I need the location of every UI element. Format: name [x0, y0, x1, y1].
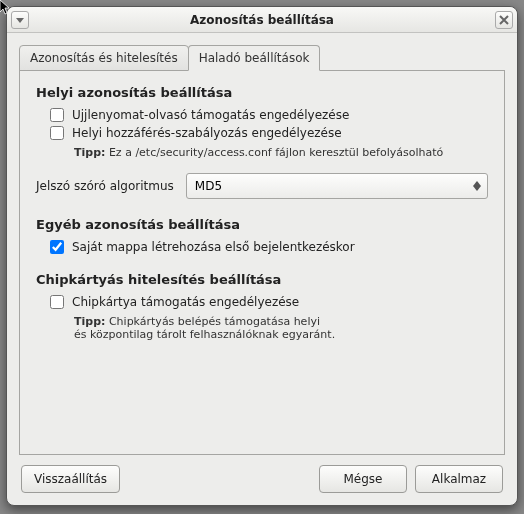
- tip-label: Tipp:: [74, 315, 105, 328]
- tab-auth[interactable]: Azonosítás és hitelesítés: [19, 45, 189, 71]
- close-button[interactable]: [495, 11, 513, 29]
- tip-chip-line1: Chipkártyás belépés támogatása helyi: [109, 315, 320, 328]
- tip-access: Tipp: Ez a /etc/security/access.conf fáj…: [74, 146, 488, 159]
- button-bar: Visszaállítás Mégse Alkalmaz: [19, 455, 505, 497]
- label-mkhome[interactable]: Saját mappa létrehozása első bejelentkez…: [72, 240, 355, 254]
- label-fingerprint[interactable]: Ujjlenyomat-olvasó támogatás engedélyezé…: [72, 108, 349, 122]
- label-access[interactable]: Helyi hozzáférés-szabályozás engedélyezé…: [72, 126, 342, 140]
- section-other: Egyéb azonosítás beállítása Saját mappa …: [36, 217, 488, 254]
- window-title: Azonosítás beállítása: [7, 13, 517, 27]
- checkbox-fingerprint[interactable]: [50, 108, 64, 122]
- checkbox-chip[interactable]: [50, 295, 64, 309]
- select-hash-algorithm[interactable]: MD5: [186, 173, 488, 199]
- section-local: Helyi azonosítás beállítása Ujjlenyomat-…: [36, 85, 488, 199]
- reset-button[interactable]: Visszaállítás: [21, 465, 120, 493]
- label-chip[interactable]: Chipkártya támogatás engedélyezése: [72, 295, 299, 309]
- dialog-content: Azonosítás és hitelesítés Haladó beállít…: [7, 33, 517, 505]
- section-local-title: Helyi azonosítás beállítása: [36, 85, 488, 100]
- checkbox-mkhome[interactable]: [50, 240, 64, 254]
- tip-chip: Tipp: Chipkártyás belépés támogatása hel…: [74, 315, 488, 341]
- titlebar: Azonosítás beállítása: [7, 7, 517, 33]
- tab-advanced[interactable]: Haladó beállítások: [188, 45, 321, 71]
- section-chip-title: Chipkártyás hitelesítés beállítása: [36, 272, 488, 287]
- tab-panel-advanced: Helyi azonosítás beállítása Ujjlenyomat-…: [19, 70, 505, 455]
- label-hash-algorithm: Jelszó szóró algoritmus: [36, 179, 174, 193]
- checkbox-access[interactable]: [50, 126, 64, 140]
- apply-button[interactable]: Alkalmaz: [415, 465, 503, 493]
- cancel-button[interactable]: Mégse: [319, 465, 407, 493]
- section-chip: Chipkártyás hitelesítés beállítása Chipk…: [36, 272, 488, 341]
- tip-text: Ez a /etc/security/access.conf fájlon ke…: [109, 146, 443, 159]
- mouse-cursor: [0, 0, 16, 16]
- combo-hash-algorithm[interactable]: MD5: [186, 173, 488, 199]
- section-other-title: Egyéb azonosítás beállítása: [36, 217, 488, 232]
- dialog-window: Azonosítás beállítása Azonosítás és hite…: [6, 6, 518, 506]
- tip-chip-line2: és központilag tárolt felhasználóknak eg…: [74, 328, 335, 341]
- tab-bar: Azonosítás és hitelesítés Haladó beállít…: [19, 45, 505, 71]
- tip-label: Tipp:: [74, 146, 105, 159]
